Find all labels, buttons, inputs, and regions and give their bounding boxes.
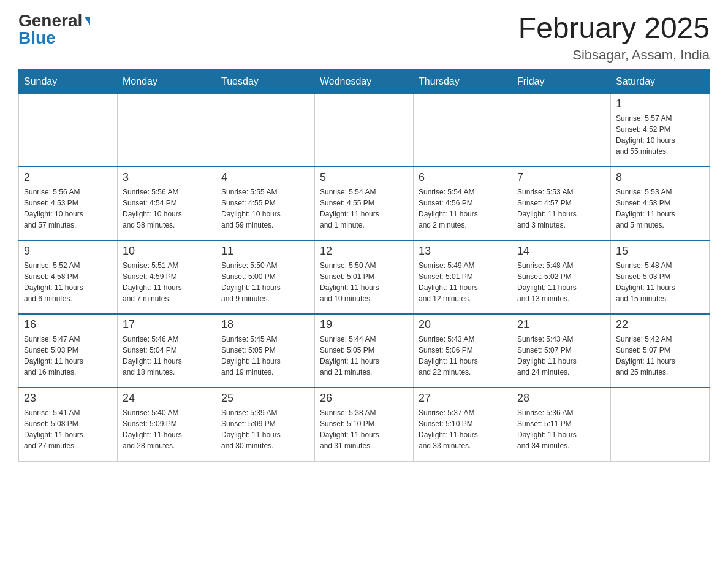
- calendar-week-row: 2Sunrise: 5:56 AMSunset: 4:53 PMDaylight…: [19, 167, 710, 240]
- day-info: Sunrise: 5:47 AMSunset: 5:03 PMDaylight:…: [24, 334, 112, 378]
- calendar-cell: 23Sunrise: 5:41 AMSunset: 5:08 PMDayligh…: [19, 388, 118, 461]
- day-info: Sunrise: 5:43 AMSunset: 5:06 PMDaylight:…: [419, 334, 507, 378]
- weekday-header-thursday: Thursday: [414, 69, 512, 93]
- calendar-cell: 22Sunrise: 5:42 AMSunset: 5:07 PMDayligh…: [611, 314, 710, 388]
- weekday-header-tuesday: Tuesday: [216, 69, 315, 93]
- day-number: 8: [616, 171, 704, 184]
- calendar-cell: 2Sunrise: 5:56 AMSunset: 4:53 PMDaylight…: [19, 167, 118, 240]
- weekday-header-friday: Friday: [512, 69, 611, 93]
- calendar-cell: 15Sunrise: 5:48 AMSunset: 5:03 PMDayligh…: [611, 240, 710, 314]
- day-number: 20: [419, 318, 507, 331]
- day-info: Sunrise: 5:48 AMSunset: 5:03 PMDaylight:…: [616, 260, 704, 304]
- day-info: Sunrise: 5:56 AMSunset: 4:54 PMDaylight:…: [123, 186, 211, 231]
- day-number: 6: [419, 171, 507, 184]
- calendar-cell: 7Sunrise: 5:53 AMSunset: 4:57 PMDaylight…: [512, 167, 611, 240]
- day-info: Sunrise: 5:37 AMSunset: 5:10 PMDaylight:…: [419, 407, 507, 451]
- calendar-cell: 8Sunrise: 5:53 AMSunset: 4:58 PMDaylight…: [611, 167, 710, 240]
- day-number: 15: [616, 245, 704, 258]
- calendar-cell: 13Sunrise: 5:49 AMSunset: 5:01 PMDayligh…: [414, 240, 512, 314]
- day-info: Sunrise: 5:54 AMSunset: 4:56 PMDaylight:…: [419, 186, 507, 231]
- calendar-cell: 28Sunrise: 5:36 AMSunset: 5:11 PMDayligh…: [512, 388, 611, 461]
- page-header: General Blue February 2025 Sibsagar, Ass…: [18, 12, 710, 63]
- day-number: 10: [123, 245, 211, 258]
- calendar-cell: [216, 93, 315, 167]
- day-number: 24: [123, 392, 211, 405]
- day-info: Sunrise: 5:44 AMSunset: 5:05 PMDaylight:…: [320, 334, 408, 378]
- day-info: Sunrise: 5:50 AMSunset: 5:01 PMDaylight:…: [320, 260, 408, 304]
- day-number: 4: [221, 171, 309, 184]
- day-info: Sunrise: 5:56 AMSunset: 4:53 PMDaylight:…: [24, 186, 112, 231]
- day-info: Sunrise: 5:52 AMSunset: 4:58 PMDaylight:…: [24, 260, 112, 304]
- calendar-cell: 20Sunrise: 5:43 AMSunset: 5:06 PMDayligh…: [414, 314, 512, 388]
- calendar-cell: 6Sunrise: 5:54 AMSunset: 4:56 PMDaylight…: [414, 167, 512, 240]
- day-number: 5: [320, 171, 408, 184]
- day-number: 17: [123, 318, 211, 331]
- day-number: 28: [517, 392, 605, 405]
- logo: General Blue: [18, 12, 90, 47]
- day-info: Sunrise: 5:43 AMSunset: 5:07 PMDaylight:…: [517, 334, 605, 378]
- calendar-cell: 10Sunrise: 5:51 AMSunset: 4:59 PMDayligh…: [118, 240, 216, 314]
- day-info: Sunrise: 5:50 AMSunset: 5:00 PMDaylight:…: [221, 260, 309, 304]
- day-info: Sunrise: 5:40 AMSunset: 5:09 PMDaylight:…: [123, 407, 211, 451]
- day-info: Sunrise: 5:36 AMSunset: 5:11 PMDaylight:…: [517, 407, 605, 451]
- logo-arrow-icon: [84, 17, 90, 25]
- calendar-cell: 24Sunrise: 5:40 AMSunset: 5:09 PMDayligh…: [118, 388, 216, 461]
- day-info: Sunrise: 5:42 AMSunset: 5:07 PMDaylight:…: [616, 334, 704, 378]
- weekday-header-saturday: Saturday: [611, 69, 710, 93]
- logo-blue-text: Blue: [18, 29, 56, 47]
- day-number: 18: [221, 318, 309, 331]
- day-info: Sunrise: 5:55 AMSunset: 4:55 PMDaylight:…: [221, 186, 309, 231]
- calendar-cell: 18Sunrise: 5:45 AMSunset: 5:05 PMDayligh…: [216, 314, 315, 388]
- calendar-week-row: 1Sunrise: 5:57 AMSunset: 4:52 PMDaylight…: [19, 93, 710, 167]
- day-number: 12: [320, 245, 408, 258]
- day-info: Sunrise: 5:49 AMSunset: 5:01 PMDaylight:…: [419, 260, 507, 304]
- calendar-cell: 5Sunrise: 5:54 AMSunset: 4:55 PMDaylight…: [315, 167, 414, 240]
- day-number: 19: [320, 318, 408, 331]
- day-number: 1: [616, 98, 704, 110]
- day-info: Sunrise: 5:48 AMSunset: 5:02 PMDaylight:…: [517, 260, 605, 304]
- day-number: 14: [517, 245, 605, 258]
- calendar-cell: 26Sunrise: 5:38 AMSunset: 5:10 PMDayligh…: [315, 388, 414, 461]
- calendar-week-row: 23Sunrise: 5:41 AMSunset: 5:08 PMDayligh…: [19, 388, 710, 461]
- day-info: Sunrise: 5:45 AMSunset: 5:05 PMDaylight:…: [221, 334, 309, 378]
- day-number: 7: [517, 171, 605, 184]
- day-info: Sunrise: 5:39 AMSunset: 5:09 PMDaylight:…: [221, 407, 309, 451]
- day-info: Sunrise: 5:46 AMSunset: 5:04 PMDaylight:…: [123, 334, 211, 378]
- calendar-cell: 4Sunrise: 5:55 AMSunset: 4:55 PMDaylight…: [216, 167, 315, 240]
- day-number: 9: [24, 245, 112, 258]
- day-number: 3: [123, 171, 211, 184]
- weekday-header-row: SundayMondayTuesdayWednesdayThursdayFrid…: [19, 69, 710, 93]
- day-info: Sunrise: 5:51 AMSunset: 4:59 PMDaylight:…: [123, 260, 211, 304]
- calendar-cell: [512, 93, 611, 167]
- calendar-cell: 16Sunrise: 5:47 AMSunset: 5:03 PMDayligh…: [19, 314, 118, 388]
- day-number: 23: [24, 392, 112, 405]
- title-section: February 2025 Sibsagar, Assam, India: [518, 12, 710, 63]
- day-number: 13: [419, 245, 507, 258]
- weekday-header-monday: Monday: [118, 69, 216, 93]
- logo-general-text: General: [18, 12, 82, 29]
- calendar-cell: 27Sunrise: 5:37 AMSunset: 5:10 PMDayligh…: [414, 388, 512, 461]
- calendar-table: SundayMondayTuesdayWednesdayThursdayFrid…: [18, 69, 710, 462]
- calendar-cell: 9Sunrise: 5:52 AMSunset: 4:58 PMDaylight…: [19, 240, 118, 314]
- day-info: Sunrise: 5:41 AMSunset: 5:08 PMDaylight:…: [24, 407, 112, 451]
- calendar-cell: 11Sunrise: 5:50 AMSunset: 5:00 PMDayligh…: [216, 240, 315, 314]
- calendar-cell: 25Sunrise: 5:39 AMSunset: 5:09 PMDayligh…: [216, 388, 315, 461]
- calendar-cell: [19, 93, 118, 167]
- calendar-cell: 17Sunrise: 5:46 AMSunset: 5:04 PMDayligh…: [118, 314, 216, 388]
- calendar-cell: [414, 93, 512, 167]
- calendar-cell: 12Sunrise: 5:50 AMSunset: 5:01 PMDayligh…: [315, 240, 414, 314]
- weekday-header-wednesday: Wednesday: [315, 69, 414, 93]
- calendar-cell: 21Sunrise: 5:43 AMSunset: 5:07 PMDayligh…: [512, 314, 611, 388]
- day-number: 22: [616, 318, 704, 331]
- day-number: 25: [221, 392, 309, 405]
- day-number: 21: [517, 318, 605, 331]
- day-number: 11: [221, 245, 309, 258]
- calendar-cell: 19Sunrise: 5:44 AMSunset: 5:05 PMDayligh…: [315, 314, 414, 388]
- day-info: Sunrise: 5:54 AMSunset: 4:55 PMDaylight:…: [320, 186, 408, 231]
- calendar-cell: 3Sunrise: 5:56 AMSunset: 4:54 PMDaylight…: [118, 167, 216, 240]
- calendar-cell: 1Sunrise: 5:57 AMSunset: 4:52 PMDaylight…: [611, 93, 710, 167]
- calendar-cell: 14Sunrise: 5:48 AMSunset: 5:02 PMDayligh…: [512, 240, 611, 314]
- calendar-week-row: 16Sunrise: 5:47 AMSunset: 5:03 PMDayligh…: [19, 314, 710, 388]
- day-number: 16: [24, 318, 112, 331]
- day-number: 2: [24, 171, 112, 184]
